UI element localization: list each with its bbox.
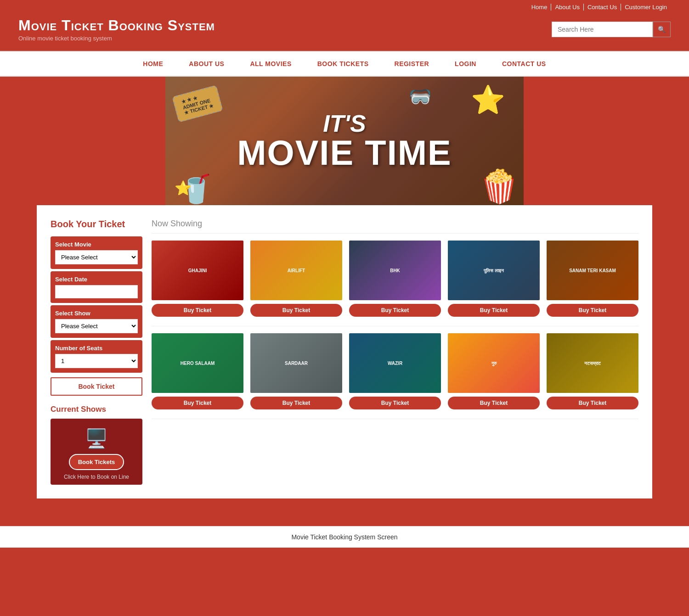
nav-home[interactable]: HOME	[130, 52, 176, 76]
nav-about[interactable]: ABOUT US	[176, 52, 237, 76]
select-show-label: Select Show	[55, 310, 138, 317]
num-seats-section: Number of Seats 1 2 3 4 5	[51, 340, 142, 373]
buy-ticket-btn-1[interactable]: Buy Ticket	[152, 304, 243, 317]
bottom-divider	[152, 419, 638, 419]
movies-row-2: HERO SALAAM Buy Ticket SARDAAR Buy Ticke…	[152, 333, 638, 409]
ticket-decoration: ★ ★ ★ADMIT ONE★ TICKET ★	[172, 85, 223, 123]
buy-ticket-btn-3[interactable]: Buy Ticket	[349, 304, 441, 317]
select-date-label: Select Date	[55, 276, 138, 283]
popcorn-right-icon: 🍿	[479, 168, 519, 205]
movie-card-6: HERO SALAAM Buy Ticket	[152, 333, 243, 409]
search-button[interactable]: 🔍	[653, 22, 671, 37]
movie-poster-7: SARDAAR	[250, 333, 342, 393]
poster-8-text: WAZIR	[385, 358, 405, 369]
poster-10-text: नटसम्राट	[582, 358, 603, 369]
movie-poster-2: AIRLIFT	[250, 241, 342, 300]
num-seats-label: Number of Seats	[55, 345, 138, 352]
banner-line1: IT'S	[237, 112, 452, 135]
search-box: 🔍	[552, 22, 671, 37]
header: Movie Ticket Booking System Online movie…	[0, 12, 689, 51]
footer: Movie Ticket Booking System Screen	[0, 526, 689, 548]
sidebar: Book Your Ticket Select Movie Please Sel…	[51, 219, 142, 485]
poster-9-text: गुरु	[489, 358, 499, 369]
now-showing-label: Now Showing	[152, 219, 638, 234]
movie-poster-1: GHAJINI	[152, 241, 243, 300]
poster-5-text: SANAM TERI KASAM	[567, 265, 618, 276]
select-movie-section: Select Movie Please Select	[51, 236, 142, 269]
poster-7-text: SARDAAR	[282, 358, 310, 369]
top-bar: Home About Us Contact Us Customer Login	[0, 0, 689, 12]
movie-poster-4: पुलिस लाइन	[448, 241, 540, 300]
buy-ticket-btn-7[interactable]: Buy Ticket	[250, 397, 342, 409]
select-show-dropdown[interactable]: Please Select	[55, 319, 138, 333]
nav-contact[interactable]: CONTACT US	[489, 52, 559, 76]
footer-text: Movie Ticket Booking System Screen	[291, 533, 397, 541]
movie-card-7: SARDAAR Buy Ticket	[250, 333, 342, 409]
nav-login[interactable]: LOGIN	[442, 52, 489, 76]
buy-ticket-btn-9[interactable]: Buy Ticket	[448, 397, 540, 409]
movie-card-8: WAZIR Buy Ticket	[349, 333, 441, 409]
glasses-icon: 🥽	[409, 86, 432, 107]
site-subtitle: Online movie ticket booking system	[18, 35, 215, 42]
click-here-text: Click Here to Book on Line	[55, 474, 138, 480]
buy-ticket-btn-2[interactable]: Buy Ticket	[250, 304, 342, 317]
movie-card-2: AIRLIFT Buy Ticket	[250, 241, 342, 317]
movie-card-4: पुलिस लाइन Buy Ticket	[448, 241, 540, 317]
monitor-icon: 🖥️	[55, 428, 138, 449]
search-icon: 🔍	[658, 26, 666, 33]
movie-card-5: SANAM TERI KASAM Buy Ticket	[547, 241, 638, 317]
select-date-input[interactable]	[55, 285, 138, 298]
current-shows-box: 🖥️ Book Tickets Click Here to Book on Li…	[51, 419, 142, 485]
book-online-button[interactable]: Book Tickets	[69, 454, 124, 470]
movie-poster-3: BHK	[349, 241, 441, 300]
select-date-section: Select Date	[51, 271, 142, 303]
num-seats-dropdown[interactable]: 1 2 3 4 5	[55, 354, 138, 368]
movie-poster-9: गुरु	[448, 333, 540, 393]
row-divider	[152, 326, 638, 326]
navbar: HOME ABOUT US ALL MOVIES BOOK TICKETS RE…	[0, 51, 689, 77]
select-movie-label: Select Movie	[55, 241, 138, 248]
topbar-home-link[interactable]: Home	[528, 4, 552, 11]
movie-poster-10: नटसम्राट	[547, 333, 638, 393]
main-content: Book Your Ticket Select Movie Please Sel…	[37, 205, 652, 498]
select-show-section: Select Show Please Select	[51, 305, 142, 338]
current-shows-title: Current Shows	[51, 405, 142, 414]
topbar-about-link[interactable]: About Us	[551, 4, 583, 11]
movie-card-3: BHK Buy Ticket	[349, 241, 441, 317]
movie-poster-8: WAZIR	[349, 333, 441, 393]
buy-ticket-btn-6[interactable]: Buy Ticket	[152, 397, 243, 409]
buy-ticket-btn-10[interactable]: Buy Ticket	[547, 397, 638, 409]
banner: ★ ★ ★ADMIT ONE★ TICKET ★ 🥤 🍿 🥽 ⭐ ⭐ IT'S …	[165, 77, 524, 205]
search-input[interactable]	[552, 22, 653, 37]
banner-line2: MOVIE TIME	[237, 135, 452, 170]
content-area: Now Showing GHAJINI Buy Ticket AIRLIFT B…	[152, 219, 638, 485]
sidebar-title: Book Your Ticket	[51, 219, 142, 230]
poster-4-text: पुलिस लाइन	[481, 265, 506, 276]
star-circle-icon: ⭐	[175, 180, 192, 196]
star-icon: ⭐	[471, 84, 505, 116]
movie-poster-6: HERO SALAAM	[152, 333, 243, 393]
topbar-contact-link[interactable]: Contact Us	[584, 4, 621, 11]
buy-ticket-btn-8[interactable]: Buy Ticket	[349, 397, 441, 409]
banner-text: IT'S MOVIE TIME	[237, 112, 452, 170]
movie-poster-5: SANAM TERI KASAM	[547, 241, 638, 300]
book-ticket-button[interactable]: Book Ticket	[51, 377, 142, 396]
poster-2-text: AIRLIFT	[285, 265, 307, 276]
select-movie-dropdown[interactable]: Please Select	[55, 250, 138, 264]
movie-card-10: नटसम्राट Buy Ticket	[547, 333, 638, 409]
poster-3-text: BHK	[388, 265, 402, 276]
site-branding: Movie Ticket Booking System Online movie…	[18, 17, 215, 42]
banner-wrapper: ★ ★ ★ADMIT ONE★ TICKET ★ 🥤 🍿 🥽 ⭐ ⭐ IT'S …	[0, 77, 689, 205]
site-title: Movie Ticket Booking System	[18, 17, 215, 34]
nav-book-tickets[interactable]: BOOK TICKETS	[305, 52, 382, 76]
buy-ticket-btn-5[interactable]: Buy Ticket	[547, 304, 638, 317]
nav-all-movies[interactable]: ALL MOVIES	[237, 52, 304, 76]
topbar-login-link[interactable]: Customer Login	[621, 4, 671, 11]
poster-1-text: GHAJINI	[186, 265, 209, 276]
poster-6-text: HERO SALAAM	[178, 358, 217, 369]
movies-row-1: GHAJINI Buy Ticket AIRLIFT Buy Ticket BH…	[152, 241, 638, 317]
current-shows-section: Current Shows 🖥️ Book Tickets Click Here…	[51, 405, 142, 485]
movie-card-1: GHAJINI Buy Ticket	[152, 241, 243, 317]
nav-register[interactable]: REGISTER	[382, 52, 442, 76]
buy-ticket-btn-4[interactable]: Buy Ticket	[448, 304, 540, 317]
